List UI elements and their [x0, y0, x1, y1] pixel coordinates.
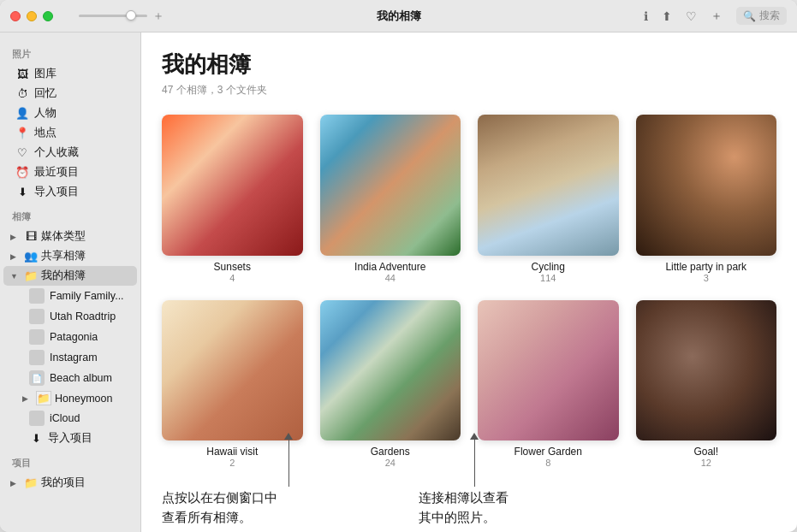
album-goal[interactable]: Goal! 12 [636, 300, 777, 469]
album-sunsets-name: Sunsets [214, 261, 251, 273]
album-flower-thumb [478, 300, 619, 441]
favorites-label: 个人收藏 [34, 145, 79, 160]
album-gardens-thumb [320, 300, 461, 441]
sidebar-item-memories[interactable]: ⏱ 回忆 [3, 84, 137, 103]
minimize-button[interactable] [27, 11, 37, 21]
traffic-lights [10, 11, 53, 21]
share-icon[interactable]: ⬆ [662, 9, 672, 23]
utah-label: Utah Roadtrip [50, 310, 116, 322]
beach-thumb: 📄 [29, 370, 45, 386]
album-flower[interactable]: Flower Garden 8 [478, 300, 619, 469]
places-icon: 📍 [15, 127, 29, 139]
sidebar-item-favorites[interactable]: ♡ 个人收藏 [3, 143, 137, 163]
sidebar-group-myalbums[interactable]: ▼ 📁 我的相簿 [3, 266, 137, 286]
content-area: 我的相簿 47 个相簿，3 个文件夹 Sunsets 4 India Adven… [141, 33, 797, 532]
callout-arrow-left [284, 433, 293, 440]
close-button[interactable] [10, 11, 21, 21]
sidebar-item-imports[interactable]: ⬇ 导入项目 [3, 182, 137, 202]
shared-icon: 👥 [24, 250, 38, 263]
album-hawaii-count: 2 [229, 458, 235, 468]
callout-line-right [474, 437, 475, 487]
sidebar-item-library[interactable]: 🖼 图库 [3, 64, 137, 84]
sidebar-item-recent[interactable]: ⏰ 最近项目 [3, 163, 137, 182]
album-sunsets-thumb [162, 115, 303, 256]
sidebar-section-albums: 相簿 [0, 202, 140, 227]
album-hawaii-name: Hawaii visit [206, 446, 258, 458]
search-label: 搜索 [759, 9, 780, 23]
chevron-down-icon: ▼ [10, 272, 21, 281]
album-cycling[interactable]: Cycling 114 [478, 115, 619, 283]
imports-icon: ⬇ [15, 186, 29, 198]
family-label: Family Family... [50, 290, 124, 302]
annotation-left: 点按以在右侧窗口中 查看所有相簿。 [162, 488, 316, 527]
album-party-name: Little party in park [665, 261, 746, 273]
zoom-plus-icon: ＋ [152, 9, 164, 24]
sidebar-item-family[interactable]: Family Family... [3, 286, 137, 306]
callout-arrow-right [470, 433, 479, 440]
sidebar-item-patagonia[interactable]: Patagonia [3, 327, 137, 347]
imports-label: 导入项目 [34, 185, 79, 199]
search-box[interactable]: 🔍 搜索 [736, 7, 787, 25]
toolbar-actions: ℹ ⬆ ♡ ＋ 🔍 搜索 [644, 7, 787, 25]
search-icon: 🔍 [743, 10, 756, 22]
shared-label: 共享相簿 [41, 249, 86, 263]
sidebar-item-people[interactable]: 👤 人物 [3, 103, 137, 123]
icloud-thumb [29, 411, 45, 426]
sidebar-item-places[interactable]: 📍 地点 [3, 123, 137, 143]
recent-icon: ⏰ [15, 166, 29, 179]
album-gardens-count: 24 [385, 458, 396, 468]
sidebar-item-utah[interactable]: Utah Roadtrip [3, 306, 137, 327]
myalbums-label: 我的相簿 [41, 269, 86, 283]
sidebar: 照片 🖼 图库 ⏱ 回忆 👤 人物 📍 地点 ♡ 个人收藏 ⏰ [0, 33, 141, 532]
sidebar-item-icloud[interactable]: iCloud [3, 408, 137, 429]
album-grid: Sunsets 4 India Adventure 44 Cycling 114… [162, 115, 776, 468]
chevron-right-icon3: ▶ [22, 394, 33, 403]
recent-label: 最近项目 [34, 165, 79, 180]
zoom-slider[interactable]: ＋ [79, 9, 164, 24]
beach-label: Beach album [50, 372, 112, 384]
window-title: 我的相簿 [377, 9, 421, 24]
sidebar-group-projects[interactable]: ▶ 📁 我的项目 [3, 473, 137, 493]
people-icon: 👤 [15, 107, 29, 120]
album-goal-count: 12 [701, 458, 711, 468]
honeymoon-label: Honeymoon [55, 393, 112, 405]
album-flower-count: 8 [545, 458, 550, 468]
album-sunsets-count: 4 [229, 273, 235, 283]
slider-track [79, 15, 147, 17]
sidebar-item-import2[interactable]: ⬇ 导入项目 [3, 429, 137, 448]
memories-icon: ⏱ [15, 87, 29, 100]
annotation-texts: 点按以在右侧窗口中 查看所有相簿。 连接相簿以查看 其中的照片。 [162, 471, 776, 527]
people-label: 人物 [34, 106, 57, 121]
album-india-count: 44 [385, 273, 396, 283]
sidebar-item-honeymoon[interactable]: ▶ 📁 Honeymoon [3, 388, 137, 408]
album-india-thumb [320, 115, 461, 256]
sidebar-group-shared[interactable]: ▶ 👥 共享相簿 [3, 246, 137, 266]
maximize-button[interactable] [43, 11, 53, 21]
add-icon[interactable]: ＋ [711, 9, 723, 24]
sidebar-group-media[interactable]: ▶ 🎞 媒体类型 [3, 227, 137, 246]
import2-icon: ⬇ [29, 432, 43, 445]
album-flower-name: Flower Garden [514, 446, 582, 458]
callout-line-left [288, 437, 289, 487]
album-sunsets[interactable]: Sunsets 4 [162, 115, 303, 283]
heart-icon[interactable]: ♡ [686, 9, 697, 23]
album-hawaii[interactable]: Hawaii visit 2 [162, 300, 303, 469]
album-goal-thumb [636, 300, 777, 441]
sidebar-item-beach[interactable]: 📄 Beach album [3, 368, 137, 388]
favorites-icon: ♡ [15, 146, 29, 159]
album-cycling-thumb [478, 115, 619, 256]
info-icon[interactable]: ℹ [644, 9, 648, 23]
slider-thumb[interactable] [126, 10, 136, 21]
album-india[interactable]: India Adventure 44 [320, 115, 461, 283]
media-icon: 🎞 [24, 230, 38, 243]
library-icon: 🖼 [15, 68, 29, 80]
album-goal-name: Goal! [693, 446, 718, 458]
utah-thumb [29, 309, 45, 324]
honeymoon-thumb: 📁 [36, 391, 51, 405]
annotation-right: 连接相簿以查看 其中的照片。 [419, 488, 573, 527]
album-gardens[interactable]: Gardens 24 [320, 300, 461, 469]
album-party[interactable]: Little party in park 3 [636, 115, 777, 283]
chevron-right-icon4: ▶ [10, 479, 21, 488]
chevron-right-icon: ▶ [10, 233, 21, 241]
sidebar-item-instagram[interactable]: Instagram [3, 347, 137, 368]
